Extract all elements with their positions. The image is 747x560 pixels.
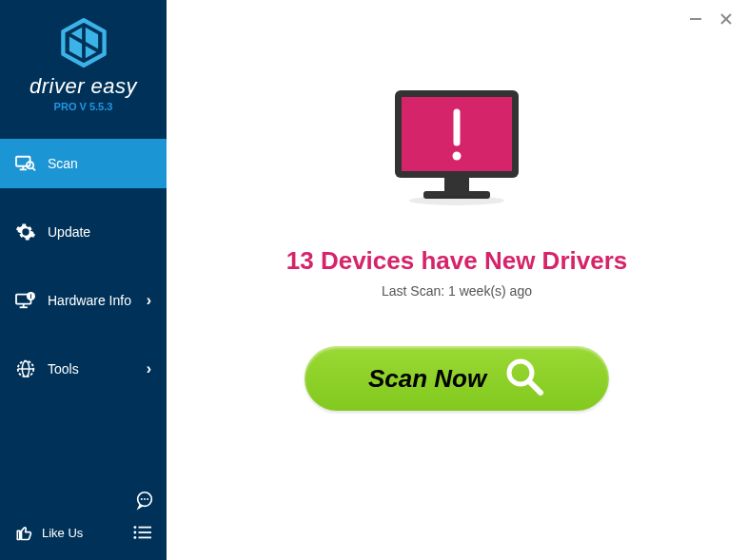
sidebar-item-tools[interactable]: Tools › (0, 344, 167, 394)
magnify-icon (503, 356, 545, 401)
alert-monitor-icon (385, 86, 528, 218)
sidebar-item-hardware-info[interactable]: i Hardware Info › (0, 276, 167, 325)
svg-point-26 (133, 536, 136, 539)
sidebar-bottom: Like Us (0, 484, 167, 560)
app-version: PRO V 5.5.3 (0, 101, 167, 112)
thumbs-up-icon (13, 522, 34, 543)
sidebar-item-label: Update (48, 224, 151, 240)
gear-icon (15, 222, 36, 242)
svg-point-20 (144, 498, 146, 500)
chevron-right-icon: › (147, 292, 151, 309)
like-us-button[interactable]: Like Us (0, 516, 167, 549)
hardware-info-icon: i (15, 290, 36, 311)
sidebar-item-label: Hardware Info (48, 293, 147, 308)
svg-point-35 (409, 196, 504, 205)
svg-rect-4 (16, 157, 30, 166)
sidebar-item-scan[interactable]: Scan (0, 139, 167, 188)
list-icon[interactable] (132, 522, 153, 543)
minimize-button[interactable] (686, 10, 705, 29)
last-scan-text: Last Scan: 1 week(s) ago (382, 283, 532, 299)
close-button[interactable] (717, 10, 736, 29)
svg-text:i: i (29, 292, 31, 300)
scan-now-button[interactable]: Scan Now (305, 346, 609, 411)
app-logo-icon (58, 17, 109, 68)
logo-section: driver easy PRO V 5.5.3 (0, 0, 167, 122)
app-name: driver easy (0, 74, 167, 99)
svg-point-19 (141, 498, 143, 500)
sidebar-item-update[interactable]: Update (0, 207, 167, 257)
svg-point-21 (147, 498, 148, 500)
svg-line-39 (529, 381, 541, 393)
status-headline: 13 Devices have New Drivers (286, 246, 627, 276)
like-us-label: Like Us (42, 526, 83, 540)
scan-now-label: Scan Now (368, 364, 486, 394)
svg-point-37 (453, 152, 462, 161)
nav: Scan Update i Hardware Inf (0, 139, 167, 484)
sidebar: driver easy PRO V 5.5.3 Scan (0, 0, 167, 560)
chevron-right-icon: › (147, 360, 151, 377)
svg-point-22 (133, 526, 136, 529)
sidebar-item-label: Tools (48, 361, 147, 377)
svg-point-9 (23, 229, 29, 235)
svg-line-8 (32, 168, 35, 171)
svg-rect-33 (444, 178, 469, 191)
globe-icon (15, 358, 36, 379)
window-controls (686, 10, 736, 29)
svg-point-24 (133, 531, 136, 534)
main-content: 13 Devices have New Drivers Last Scan: 1… (167, 0, 747, 560)
bottom-icons (0, 484, 167, 516)
chat-icon[interactable] (134, 490, 155, 511)
monitor-search-icon (15, 153, 36, 174)
sidebar-item-label: Scan (48, 156, 151, 171)
